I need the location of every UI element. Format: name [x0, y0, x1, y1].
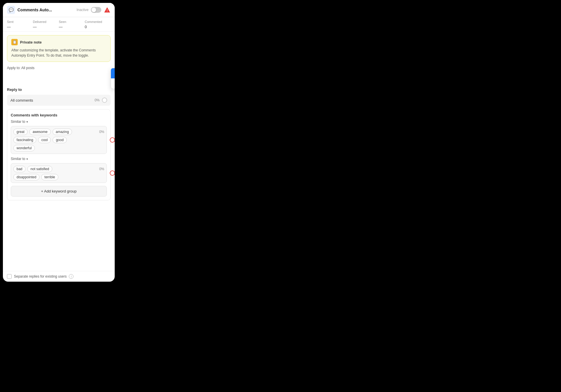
- private-note-text: After customizing the template, activate…: [11, 48, 106, 58]
- separate-replies-checkbox[interactable]: [7, 274, 12, 279]
- all-comments-right: 0%: [95, 98, 107, 103]
- stat-sent-value: —: [7, 25, 33, 29]
- similar-to-row-2: Similar to ▾: [11, 157, 107, 161]
- private-note-header: 📋 Private note: [11, 39, 106, 45]
- keyword-tag-disappointed: disappointed: [13, 174, 39, 180]
- inactive-label: Inactive: [77, 8, 89, 12]
- keyword-tag-not-satisfied: not satisfied: [27, 166, 52, 172]
- stat-commented-value: 0: [85, 25, 111, 29]
- toggle-knob: [91, 8, 96, 12]
- keyword-group-1: great awesome amazing 0% fascinating coo…: [11, 126, 107, 154]
- keyword-group-1-percent: 0%: [99, 130, 104, 134]
- separate-replies-row: Separate replies for existing users i: [3, 271, 115, 282]
- dropdown-spacer: [7, 73, 111, 87]
- app-header: 💬 Comments Auto... Inactive !: [3, 3, 115, 17]
- add-keyword-group-button[interactable]: + Add keyword group: [11, 186, 107, 197]
- keyword-tag-awesome: awesome: [29, 129, 51, 135]
- note-icon: 📋: [11, 39, 18, 45]
- keyword-tag-bad: bad: [13, 166, 26, 172]
- stat-sent: Sent —: [7, 20, 33, 29]
- keyword-tag-fascinating: fascinating: [13, 137, 36, 143]
- separate-replies-label: Separate replies for existing users: [14, 274, 66, 278]
- apply-to-dropdown[interactable]: All posts Specific posts: [111, 68, 115, 89]
- dropdown-option-specific-posts[interactable]: Specific posts: [111, 78, 115, 89]
- stat-seen-value: —: [59, 25, 85, 29]
- info-icon[interactable]: i: [69, 274, 73, 279]
- stat-delivered-label: Delivered: [33, 20, 59, 24]
- all-comments-radio[interactable]: [102, 98, 107, 103]
- warning-icon: !: [104, 6, 111, 13]
- dropdown-option-all-posts[interactable]: All posts: [111, 68, 115, 78]
- stat-sent-label: Sent: [7, 20, 33, 24]
- stat-seen-label: Seen: [59, 20, 85, 24]
- keyword-group-1-radio[interactable]: [110, 137, 115, 143]
- svg-text:!: !: [107, 9, 108, 12]
- similar-to-text-1: Similar to: [11, 120, 25, 124]
- keyword-tag-good: good: [53, 137, 67, 143]
- chevron-down-icon-1[interactable]: ▾: [26, 120, 28, 123]
- keywords-wrap-1c: wonderful: [13, 145, 104, 151]
- phone-frame: 💬 Comments Auto... Inactive ! Sent — Del…: [3, 3, 115, 282]
- stat-commented: Commented 0: [85, 20, 111, 29]
- all-comments-row[interactable]: All comments 0%: [7, 95, 111, 106]
- keyword-tag-cool: cool: [38, 137, 51, 143]
- keyword-group-2-percent: 0%: [99, 167, 104, 171]
- keyword-group-2-radio[interactable]: [110, 170, 115, 176]
- similar-to-row-1: Similar to ▾: [11, 120, 107, 124]
- keywords-wrap-2b: disappointed terrible: [13, 174, 104, 180]
- stat-delivered-value: —: [33, 25, 59, 29]
- stat-seen: Seen —: [59, 20, 85, 29]
- keyword-tag-terrible: terrible: [41, 174, 58, 180]
- stat-delivered: Delivered —: [33, 20, 59, 29]
- keyword-tag-amazing: amazing: [53, 129, 72, 135]
- apply-to-label: Apply to: All posts: [7, 66, 35, 70]
- keyword-tag-wonderful: wonderful: [13, 145, 35, 151]
- all-comments-text: All comments: [10, 98, 33, 103]
- app-icon: 💬: [7, 6, 15, 14]
- keywords-wrap-1b: fascinating cool good: [13, 137, 104, 143]
- keyword-tag-great: great: [13, 129, 28, 135]
- keywords-wrap-2: bad not satisfied 0%: [13, 166, 104, 172]
- keyword-section: Comments with keywords Similar to ▾ grea…: [7, 109, 111, 200]
- private-note-box: 📋 Private note After customizing the tem…: [7, 35, 111, 62]
- similar-to-text-2: Similar to: [11, 157, 25, 161]
- stats-row: Sent — Delivered — Seen — Commented 0: [3, 17, 115, 32]
- reply-to-label: Reply to: [7, 87, 111, 92]
- app-title: Comments Auto...: [17, 8, 74, 12]
- main-content: 📋 Private note After customizing the tem…: [3, 32, 115, 271]
- stat-commented-label: Commented: [85, 20, 111, 24]
- apply-to-row: Apply to: All posts All posts Specific p…: [7, 66, 111, 70]
- keyword-group-2: bad not satisfied 0% disappointed terrib…: [11, 163, 107, 183]
- chevron-down-icon-2[interactable]: ▾: [26, 157, 28, 161]
- keywords-wrap-1: great awesome amazing 0%: [13, 129, 104, 135]
- all-comments-percent: 0%: [95, 98, 100, 102]
- keyword-section-label: Comments with keywords: [11, 113, 107, 117]
- active-toggle[interactable]: [91, 7, 101, 13]
- private-note-title: Private note: [20, 40, 42, 44]
